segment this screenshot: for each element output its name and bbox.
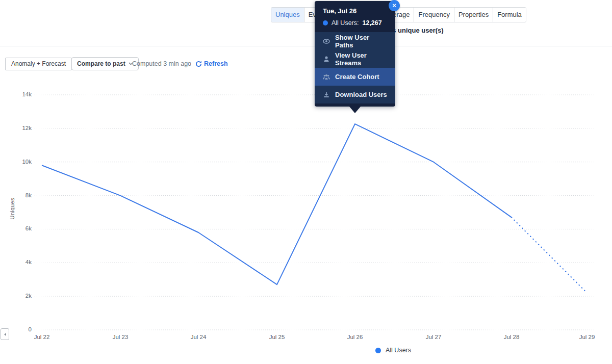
legend-item-all-users[interactable]: All Users <box>375 347 411 354</box>
tab-formula[interactable]: Formula <box>493 8 526 22</box>
series-color-dot <box>323 20 328 25</box>
tab-properties[interactable]: Properties <box>454 8 493 22</box>
tooltip-menu-item-download-users[interactable]: Download Users <box>315 86 395 103</box>
legend-label: All Users <box>386 347 411 354</box>
analytics-app: UniquesEvent TotalsAverageFrequencyPrope… <box>0 0 612 364</box>
line-chart[interactable] <box>0 0 612 364</box>
tooltip-caret <box>349 107 361 113</box>
forecast-dotted-line[interactable] <box>512 217 587 293</box>
series-line-all-users[interactable] <box>42 124 512 284</box>
tooltip-header: Tue, Jul 26 All Users: 12,267 <box>315 1 395 32</box>
eye-icon <box>323 38 330 45</box>
tooltip-menu-item-show-user-paths[interactable]: Show User Paths <box>315 32 395 50</box>
tooltip-menu-item-create-cohort[interactable]: Create Cohort <box>315 68 395 86</box>
download-icon <box>323 91 330 98</box>
tab-frequency[interactable]: Frequency <box>414 8 454 22</box>
tooltip-series-label: All Users: <box>332 19 359 27</box>
tab-uniques[interactable]: Uniques <box>271 8 304 22</box>
unique-users-note: as unique user(s) <box>389 27 444 34</box>
tooltip-date: Tue, Jul 26 <box>323 7 387 15</box>
cohort-icon <box>323 73 330 81</box>
datapoint-tooltip: Tue, Jul 26 All Users: 12,267 Show User … <box>315 1 395 107</box>
close-icon[interactable]: × <box>389 0 400 11</box>
tooltip-menu: Show User PathsView User StreamsCreate C… <box>315 32 395 103</box>
user-icon <box>323 56 330 63</box>
tooltip-series-value: 12,267 <box>362 19 381 27</box>
tooltip-menu-item-view-user-streams[interactable]: View User Streams <box>315 50 395 68</box>
series-color-dot <box>375 348 381 353</box>
tooltip-value-row: All Users: 12,267 <box>323 19 387 27</box>
measure-tab-bar: UniquesEvent TotalsAverageFrequencyPrope… <box>271 7 526 22</box>
